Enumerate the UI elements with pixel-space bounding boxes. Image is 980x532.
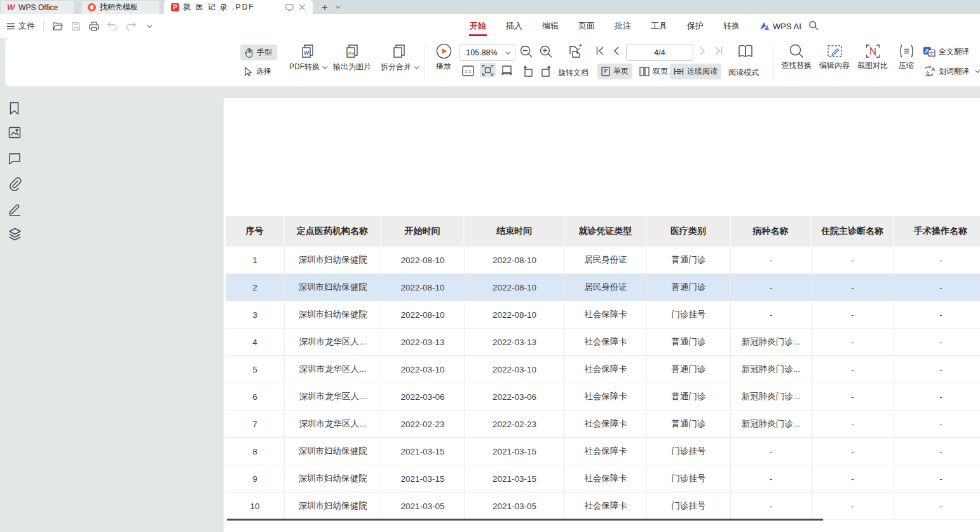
play-button[interactable]: 播放 — [430, 43, 458, 72]
redo-icon[interactable] — [126, 22, 136, 31]
pdf-page: 序号定点医药机构名称开始时间结束时间就诊凭证类型医疗类别病种名称住院主诊断名称手… — [224, 98, 980, 532]
tab-label: 找稻壳模板 — [100, 2, 138, 13]
full-translate-icon: A 文 — [923, 46, 936, 57]
first-page-icon — [596, 46, 604, 55]
new-tab-button[interactable]: + — [322, 2, 328, 13]
select-tool-button[interactable]: 选择 — [240, 64, 277, 79]
document-title: 就 医 记 录 .PDF — [183, 2, 282, 13]
full-translate-button[interactable]: A 文 全文翻译 — [923, 46, 969, 57]
signature-panel-icon[interactable] — [8, 202, 22, 216]
single-page-button[interactable]: 单页 — [597, 64, 632, 79]
book-icon — [737, 43, 754, 59]
open-file-icon[interactable] — [52, 22, 63, 31]
screen-share-icon[interactable] — [285, 4, 294, 11]
page-indicator-value: 4/4 — [654, 48, 665, 57]
close-tab-icon[interactable] — [299, 4, 306, 11]
menu-search-icon[interactable] — [808, 20, 819, 31]
table-cell: 2022-08-10 — [465, 301, 565, 328]
pdf-convert-button[interactable]: W PDF转换 — [283, 43, 332, 72]
wps-ai-label: WPS AI — [773, 22, 801, 31]
last-page-button[interactable] — [714, 46, 723, 55]
compress-button[interactable]: 压缩 — [894, 44, 919, 71]
column-header: 病种名称 — [731, 216, 812, 247]
tab-docer-templates[interactable]: 找稻壳模板 — [81, 0, 160, 14]
double-page-icon — [639, 67, 650, 76]
rotate-doc-label[interactable]: 旋转文档 — [558, 67, 589, 78]
zoom-level-select[interactable]: 105.88% — [459, 44, 515, 61]
table-cell: 2022-08-10 — [381, 274, 465, 301]
table-row: 10深圳市妇幼保健院2021-03-052021-03-05社会保障卡门诊挂号-… — [226, 493, 980, 520]
undo-icon[interactable] — [107, 22, 118, 31]
pdf-convert-label: PDF转换 — [289, 62, 320, 72]
table-cell: 2022-03-10 — [465, 356, 565, 383]
table-cell: 2022-03-13 — [465, 329, 565, 355]
file-menu-label: 文件 — [18, 20, 35, 32]
table-header-row: 序号定点医药机构名称开始时间结束时间就诊凭证类型医疗类别病种名称住院主诊断名称手… — [226, 216, 980, 247]
table-cell: - — [731, 465, 812, 492]
export-image-button[interactable]: 输出为图片 — [328, 43, 376, 72]
table-cell: 深圳市妇幼保健院 — [285, 493, 381, 519]
zoom-out-button[interactable] — [520, 45, 533, 58]
fit-width-button[interactable] — [501, 65, 513, 76]
attachment-panel-icon[interactable] — [8, 177, 22, 191]
table-cell: - — [731, 274, 812, 301]
rotate-doc-icon — [567, 43, 584, 60]
prev-page-button[interactable] — [613, 46, 619, 55]
bookmark-panel-icon[interactable] — [8, 102, 20, 115]
menu-tab-protect[interactable]: 保护 — [686, 14, 704, 38]
table-cell: 2022-03-06 — [465, 383, 565, 410]
compress-label: 压缩 — [899, 60, 914, 71]
table-cell: - — [894, 411, 980, 437]
continuous-read-button[interactable]: 连续阅读 — [670, 64, 721, 79]
menu-tab-home[interactable]: 开始 — [469, 14, 487, 38]
split-merge-button[interactable]: 拆分合并 — [374, 43, 425, 72]
table-cell: 门诊挂号 — [647, 493, 731, 519]
select-tool-label: 选择 — [256, 66, 271, 77]
zoom-in-button[interactable] — [540, 45, 553, 58]
comment-panel-icon[interactable] — [8, 153, 21, 165]
read-mode-label[interactable]: 阅读模式 — [728, 67, 759, 78]
tab-list-chevron-icon[interactable] — [336, 4, 340, 8]
menu-tab-insert[interactable]: 插入 — [505, 14, 523, 38]
actual-size-button[interactable]: 1:1 — [462, 65, 474, 76]
table-cell: - — [812, 329, 894, 355]
chevron-down-icon — [414, 64, 419, 69]
find-replace-button[interactable]: 查找替换 — [778, 44, 815, 71]
table-row: 5深圳市龙华区人...2022-03-102022-03-10社会保障卡普通门诊… — [226, 356, 980, 383]
export-image-label: 输出为图片 — [333, 62, 371, 72]
file-menu-button[interactable]: 文件 — [6, 20, 35, 32]
tab-wps-office[interactable]: W WPS Office — [0, 0, 75, 14]
word-translate-button[interactable]: 文 A 划词翻译 — [923, 65, 979, 77]
tab-document-pdf[interactable]: P 就 医 记 录 .PDF — [164, 0, 313, 14]
thumbnail-panel-icon[interactable] — [8, 126, 21, 139]
menu-tab-page[interactable]: 页面 — [578, 14, 595, 38]
next-page-button[interactable] — [700, 46, 705, 55]
hand-tool-button[interactable]: 手型 — [240, 44, 277, 60]
table-cell: 2021-03-15 — [465, 465, 565, 492]
print-icon[interactable] — [89, 22, 99, 31]
table-row: 7深圳市龙华区人...2022-02-232022-02-23社会保障卡普通门诊… — [226, 411, 980, 438]
prev-page-icon — [613, 46, 619, 55]
table-cell: - — [731, 493, 812, 519]
page-number-input[interactable]: 4/4 — [626, 44, 693, 61]
table-cell: 门诊挂号 — [647, 465, 731, 492]
more-history-chevron-icon[interactable] — [147, 22, 152, 27]
rotate-right-button[interactable] — [540, 65, 552, 77]
first-page-button[interactable] — [596, 46, 604, 55]
menu-tab-tools[interactable]: 工具 — [650, 14, 668, 38]
fit-page-button[interactable] — [480, 63, 496, 78]
screenshot-compare-button[interactable]: 截图对比 — [854, 44, 892, 71]
read-mode-button[interactable] — [737, 43, 754, 59]
rotate-doc-button[interactable] — [567, 43, 584, 60]
edit-content-button[interactable]: 编辑内容 — [815, 44, 854, 71]
wps-logo-icon: W — [7, 3, 15, 12]
svg-text:A: A — [931, 66, 936, 72]
save-icon[interactable] — [71, 22, 81, 31]
table-cell: 新冠肺炎门诊... — [731, 329, 812, 355]
rotate-left-button[interactable] — [522, 65, 534, 77]
menu-tab-convert[interactable]: 转换 — [723, 14, 740, 38]
menu-tab-edit[interactable]: 编辑 — [541, 14, 559, 38]
wps-ai-button[interactable]: WPS AI — [759, 14, 801, 38]
menu-tab-comment[interactable]: 批注 — [614, 14, 632, 38]
layers-panel-icon[interactable] — [8, 228, 22, 241]
